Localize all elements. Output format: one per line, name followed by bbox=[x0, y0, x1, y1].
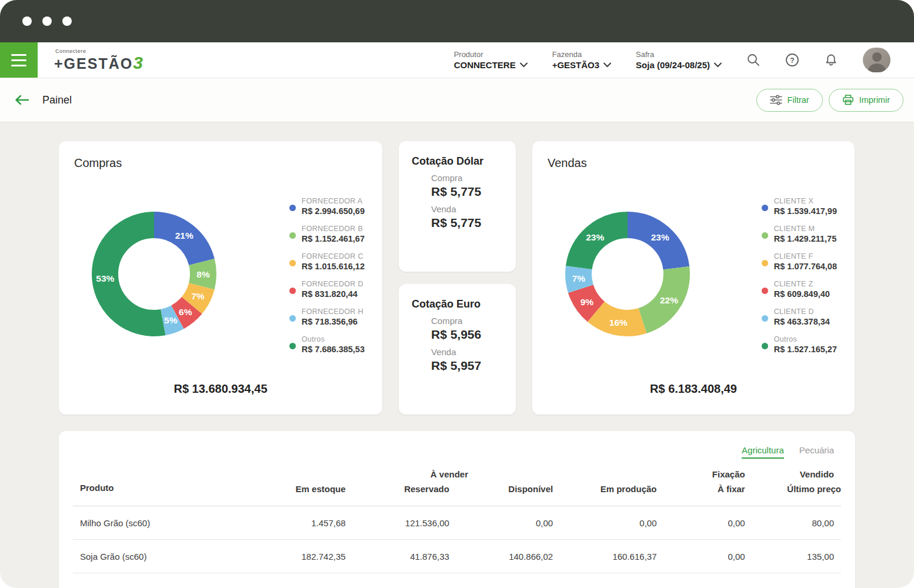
search-button[interactable] bbox=[746, 53, 760, 67]
fazenda-selector[interactable]: Fazenda +GESTÃO3 bbox=[552, 50, 611, 70]
column-header-em-estoque: Em estoque bbox=[242, 479, 345, 506]
euro-venda-value: R$ 5,957 bbox=[431, 359, 516, 373]
value-cell: 80,00 bbox=[745, 506, 841, 540]
product-cell: Soja Grão (sc60) bbox=[73, 540, 242, 573]
logo-main-text: +GESTÃO3 bbox=[54, 54, 143, 72]
segment-percent-label: 5% bbox=[164, 315, 178, 325]
bell-icon bbox=[824, 53, 838, 67]
svg-text:?: ? bbox=[790, 56, 794, 65]
products-table: Produto À vender Fixação Vendido Em esto… bbox=[73, 461, 841, 573]
legend-label: Outros bbox=[302, 335, 365, 343]
help-icon: ? bbox=[785, 53, 799, 67]
printer-icon bbox=[842, 94, 854, 106]
legend-item: CLIENTE FR$ 1.077.764,08 bbox=[762, 252, 837, 271]
segment-percent-label: 6% bbox=[179, 306, 192, 316]
segment-percent-label: 16% bbox=[609, 317, 628, 327]
filter-button[interactable]: Filtrar bbox=[756, 89, 823, 112]
dolar-compra-value: R$ 5,775 bbox=[431, 185, 516, 199]
legend-label: FORNECEDOR B bbox=[302, 225, 365, 233]
print-button[interactable]: Imprimir bbox=[829, 89, 903, 112]
legend-label: Outros bbox=[774, 335, 837, 343]
column-header-a-fixar: À fixar bbox=[657, 479, 745, 506]
legend-value: R$ 1.527.165,27 bbox=[774, 345, 837, 354]
segment-percent-label: 53% bbox=[96, 273, 114, 283]
vendas-donut-chart: 23%22%16%9%7%23% bbox=[564, 211, 691, 338]
value-cell: 41.876,33 bbox=[346, 540, 449, 573]
column-header-em-producao: Em produção bbox=[553, 479, 656, 506]
help-button[interactable]: ? bbox=[785, 53, 799, 67]
app-logo: Connectere +GESTÃO3 bbox=[54, 42, 143, 78]
legend-value: R$ 1.077.764,08 bbox=[774, 262, 837, 271]
tab-pecuaria[interactable]: Pecuária bbox=[799, 445, 834, 459]
avatar[interactable] bbox=[863, 48, 890, 72]
legend-dot bbox=[289, 205, 296, 211]
app-header: Connectere +GESTÃO3 Produtor CONNECTERE … bbox=[0, 42, 914, 78]
compras-legend: FORNECEDOR AR$ 2.994.650,69FORNECEDOR BR… bbox=[289, 197, 365, 354]
compras-title: Compras bbox=[74, 156, 367, 170]
legend-value: R$ 2.994.650,69 bbox=[302, 206, 365, 216]
segment-percent-label: 9% bbox=[581, 296, 594, 306]
table-body: Milho Grão (sc60)1.457,68121.536,000,000… bbox=[73, 506, 841, 573]
segment-percent-label: 23% bbox=[586, 232, 604, 242]
value-cell: 140.866,02 bbox=[449, 540, 553, 573]
euro-venda-label: Venda bbox=[431, 347, 516, 357]
segment-percent-label: 7% bbox=[191, 291, 205, 301]
legend-item: CLIENTE DR$ 463.378,34 bbox=[762, 308, 837, 326]
person-icon bbox=[863, 48, 890, 72]
legend-item: FORNECEDOR HR$ 718.356,96 bbox=[289, 308, 365, 326]
tab-agricultura[interactable]: Agricultura bbox=[742, 445, 784, 459]
product-cell: Milho Grão (sc60) bbox=[73, 506, 242, 540]
legend-value: R$ 831.820,44 bbox=[302, 289, 363, 299]
column-header-disponivel: Disponível bbox=[449, 479, 553, 506]
value-cell: 121.536,00 bbox=[346, 506, 449, 540]
legend-value: R$ 1.152.461,67 bbox=[302, 234, 365, 243]
safra-label: Safra bbox=[636, 50, 722, 59]
window-button-minimize[interactable] bbox=[42, 16, 52, 26]
table-row: Soja Grão (sc60)182.742,3541.876,33140.8… bbox=[73, 540, 841, 573]
group-header-vendido: Vendido bbox=[745, 461, 841, 479]
legend-dot bbox=[762, 260, 768, 266]
legend-label: FORNECEDOR D bbox=[302, 280, 363, 288]
cotacao-dolar-card: Cotação Dólar Compra R$ 5,775 Venda R$ 5… bbox=[399, 141, 516, 272]
legend-dot bbox=[762, 315, 768, 322]
safra-value: Soja (09/24-08/25) bbox=[636, 60, 710, 70]
legend-value: R$ 718.356,96 bbox=[302, 317, 363, 326]
value-cell: 135,00 bbox=[745, 540, 841, 573]
value-cell: 182.742,35 bbox=[242, 540, 345, 573]
window-button-close[interactable] bbox=[22, 16, 32, 26]
legend-value: R$ 463.378,34 bbox=[774, 317, 830, 326]
compras-donut-chart: 21%8%7%6%5%53% bbox=[91, 211, 218, 338]
toolbar: Painel Filtrar Imprimir bbox=[0, 78, 914, 122]
logo-top-text: Connectere bbox=[55, 48, 143, 54]
window-button-maximize[interactable] bbox=[62, 16, 72, 26]
legend-label: CLIENTE M bbox=[774, 225, 836, 233]
fazenda-label: Fazenda bbox=[552, 50, 611, 59]
produtor-value: CONNECTERE bbox=[454, 60, 516, 70]
back-button[interactable] bbox=[14, 93, 29, 106]
safra-selector[interactable]: Safra Soja (09/24-08/25) bbox=[636, 50, 722, 70]
segment-percent-label: 21% bbox=[175, 230, 194, 240]
legend-label: FORNECEDOR H bbox=[302, 308, 363, 316]
notifications-button[interactable] bbox=[824, 53, 838, 67]
legend-value: R$ 609.849,40 bbox=[774, 289, 830, 299]
produtor-selector[interactable]: Produtor CONNECTERE bbox=[454, 50, 528, 70]
legend-dot bbox=[289, 232, 296, 239]
segment-percent-label: 22% bbox=[660, 295, 678, 305]
column-header-ultimo-preco: Último preço bbox=[745, 479, 841, 506]
value-cell: 0,00 bbox=[553, 506, 656, 540]
dolar-venda-label: Venda bbox=[431, 204, 516, 214]
fazenda-value: +GESTÃO3 bbox=[552, 60, 599, 70]
hamburger-icon bbox=[11, 54, 26, 56]
produtor-label: Produtor bbox=[454, 50, 528, 59]
vendas-card: Vendas 23%22%16%9%7%23% CLIENTE XR$ 1.53… bbox=[532, 141, 855, 415]
menu-button[interactable] bbox=[0, 42, 38, 78]
segment-percent-label: 23% bbox=[651, 232, 669, 242]
compras-card: Compras 21%8%7%6%5%53% FORNECEDOR AR$ 2.… bbox=[59, 141, 382, 415]
segment-percent-label: 7% bbox=[572, 273, 586, 283]
legend-value: R$ 1.015.616,12 bbox=[302, 262, 365, 271]
legend-label: FORNECEDOR A bbox=[302, 197, 365, 205]
vendas-total: R$ 6.183.408,49 bbox=[548, 382, 839, 396]
legend-dot bbox=[289, 343, 296, 349]
euro-compra-label: Compra bbox=[431, 316, 516, 326]
chevron-down-icon bbox=[603, 62, 611, 68]
